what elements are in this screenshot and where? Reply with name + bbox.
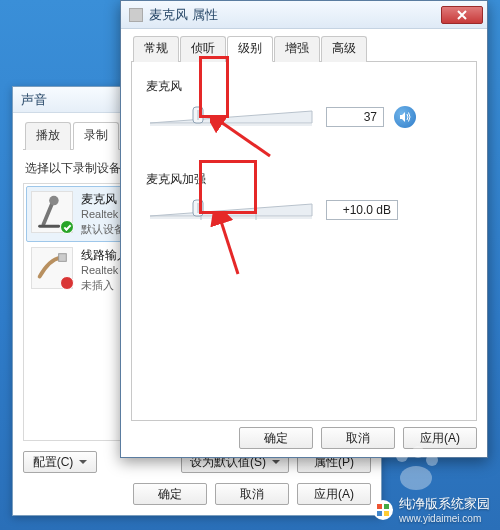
watermark-logo-icon [373,500,393,520]
mic-titlebar: 麦克风 属性 [121,1,487,29]
svg-rect-1 [59,254,67,262]
watermark-text: 纯净版系统家园 [399,496,490,511]
tab-recording[interactable]: 录制 [73,122,119,150]
unplugged-badge-icon [60,276,74,290]
mic-body: 常规 侦听 级别 增强 高级 麦克风 37 [121,29,487,457]
svg-rect-19 [384,504,389,509]
mic-boost-label: 麦克风加强 [146,171,462,188]
microphone-icon [31,191,73,233]
levels-panel: 麦克风 37 [131,62,477,421]
svg-point-17 [400,466,432,490]
mic-app-icon [129,8,143,22]
mic-level-label: 麦克风 [146,78,462,95]
mic-tabs: 常规 侦听 级别 增强 高级 [131,35,477,62]
mic-level-slider[interactable] [146,103,316,131]
tab-advanced[interactable]: 高级 [321,36,367,62]
svg-rect-20 [377,511,382,516]
cancel-button[interactable]: 取消 [215,483,289,505]
mic-boost-value[interactable]: +10.0 dB [326,200,398,220]
svg-rect-18 [377,504,382,509]
close-button[interactable] [441,6,483,24]
svg-marker-6 [150,204,312,216]
mic-level-group: 麦克风 37 [146,78,462,131]
tab-playback[interactable]: 播放 [25,122,71,150]
tab-listen[interactable]: 侦听 [180,36,226,62]
cancel-button[interactable]: 取消 [321,427,395,449]
apply-button[interactable]: 应用(A) [297,483,371,505]
svg-marker-2 [150,111,312,123]
dialog-buttons: 确定 取消 应用(A) [23,483,371,505]
apply-button[interactable]: 应用(A) [403,427,477,449]
tab-levels[interactable]: 级别 [227,36,273,62]
watermark: 纯净版系统家园 www.yidaimei.com [373,495,490,524]
mic-dialog-buttons: 确定 取消 应用(A) [131,427,477,449]
default-badge-icon [60,220,74,234]
ok-button[interactable]: 确定 [239,427,313,449]
svg-rect-21 [384,511,389,516]
watermark-url: www.yidaimei.com [399,513,490,524]
mic-boost-slider[interactable] [146,196,316,224]
line-in-icon [31,247,73,289]
configure-button[interactable]: 配置(C) [23,451,97,473]
mic-boost-group: 麦克风加强 +10.0 dB [146,171,462,224]
close-icon [457,10,467,20]
mic-level-value[interactable]: 37 [326,107,384,127]
speaker-icon [398,110,412,124]
tab-enhancements[interactable]: 增强 [274,36,320,62]
tab-general[interactable]: 常规 [133,36,179,62]
mute-toggle-button[interactable] [394,106,416,128]
mic-dialog-title: 麦克风 属性 [149,6,218,24]
svg-point-0 [49,196,59,206]
mic-properties-dialog: 麦克风 属性 常规 侦听 级别 增强 高级 麦克风 [120,0,488,458]
ok-button[interactable]: 确定 [133,483,207,505]
